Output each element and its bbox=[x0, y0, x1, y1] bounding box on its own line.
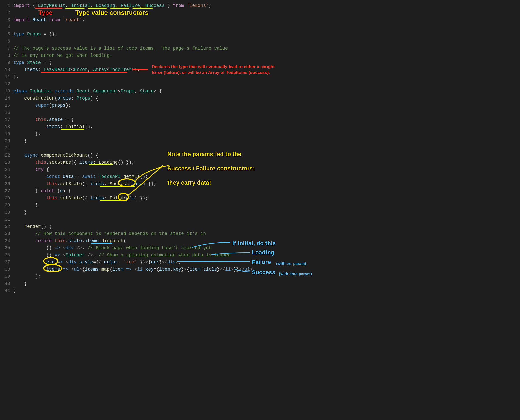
code-token: > bbox=[145, 260, 148, 265]
line-number: 23 bbox=[0, 159, 10, 166]
code-token: { bbox=[148, 260, 151, 265]
code-token: . bbox=[65, 238, 68, 243]
code-token: : bbox=[38, 67, 44, 72]
code-line[interactable]: err => <div style={{ color: 'red' }}>{er… bbox=[13, 259, 520, 266]
code-token: Props bbox=[76, 96, 90, 101]
code-line[interactable]: import React from 'react'; bbox=[13, 16, 520, 23]
code-token bbox=[13, 117, 35, 122]
code-token: try bbox=[35, 167, 46, 172]
code-line[interactable] bbox=[13, 23, 520, 31]
leader-state-note bbox=[132, 69, 148, 70]
code-token: from bbox=[173, 3, 187, 8]
code-token: // Blank page when loading hasn't starte… bbox=[88, 245, 211, 250]
code-token: 'react' bbox=[63, 17, 82, 22]
code-line[interactable]: } bbox=[13, 280, 520, 287]
line-number: 18 bbox=[0, 123, 10, 130]
code-token: , bbox=[115, 3, 121, 8]
code-token: item bbox=[190, 267, 201, 272]
underline-initial-call bbox=[61, 129, 84, 130]
underline-initial bbox=[65, 8, 85, 9]
code-line[interactable]: // The page's success value is a list of… bbox=[13, 45, 520, 52]
code-token: ( bbox=[57, 188, 60, 193]
line-number: 13 bbox=[0, 88, 10, 95]
code-token: Loading bbox=[96, 3, 115, 8]
code-area[interactable]: import { LazyResult, Initial, Loading, F… bbox=[13, 2, 520, 294]
code-line[interactable]: }; bbox=[13, 130, 520, 137]
code-token: err bbox=[151, 260, 159, 265]
code-token: < bbox=[63, 253, 65, 258]
code-token: setState bbox=[60, 195, 82, 201]
code-token: ( bbox=[123, 238, 126, 243]
code-token: li bbox=[137, 267, 145, 272]
code-line[interactable]: () => <Spinner />, // Show a spinning an… bbox=[13, 251, 520, 259]
code-token: this bbox=[55, 238, 65, 243]
code-line[interactable]: items => <ul>{items.map(item => <li key=… bbox=[13, 266, 520, 273]
code-token: type bbox=[13, 60, 27, 65]
underline-loading-call bbox=[89, 164, 113, 165]
code-line[interactable]: } bbox=[13, 287, 520, 294]
code-line[interactable]: super(props); bbox=[13, 102, 520, 109]
code-line[interactable]: () => <div />, // Blank page when loadin… bbox=[13, 244, 520, 251]
underline-lazyresult bbox=[35, 8, 62, 9]
line-number: 40 bbox=[0, 280, 10, 287]
code-line[interactable]: async componentDidMount() { bbox=[13, 152, 520, 159]
code-token bbox=[13, 238, 35, 243]
code-token: map bbox=[101, 267, 110, 272]
code-line[interactable]: } bbox=[13, 137, 520, 145]
code-line[interactable] bbox=[13, 216, 520, 223]
code-line[interactable] bbox=[13, 109, 520, 116]
line-number: 14 bbox=[0, 95, 10, 102]
code-line[interactable] bbox=[13, 80, 520, 88]
code-token: ({ bbox=[82, 195, 90, 201]
code-token: => bbox=[55, 245, 60, 250]
code-token: div bbox=[68, 260, 79, 265]
code-line[interactable]: type Props = {}; bbox=[13, 31, 520, 38]
code-token: setState bbox=[60, 181, 82, 186]
line-number: 20 bbox=[0, 137, 10, 145]
code-token: {{ bbox=[96, 260, 104, 265]
code-token: > { bbox=[154, 89, 162, 94]
code-line[interactable]: constructor(props: Props) { bbox=[13, 95, 520, 102]
code-line[interactable]: // How this component is rendered depend… bbox=[13, 230, 520, 237]
line-number: 32 bbox=[0, 223, 10, 230]
code-line[interactable]: this.setState({ items: Success(data) }); bbox=[13, 180, 520, 187]
line-number: 26 bbox=[0, 180, 10, 187]
code-token: ={ bbox=[154, 267, 159, 272]
code-token: React bbox=[33, 17, 49, 22]
code-token: , bbox=[65, 3, 71, 8]
code-token bbox=[13, 124, 46, 129]
code-token: items bbox=[85, 267, 99, 272]
code-token: < bbox=[63, 245, 65, 250]
code-line[interactable] bbox=[13, 145, 520, 152]
code-line[interactable]: } bbox=[13, 209, 520, 216]
code-line[interactable]: } catch (e) { bbox=[13, 187, 520, 194]
code-token bbox=[13, 181, 46, 186]
code-line[interactable]: } bbox=[13, 202, 520, 209]
code-line[interactable]: // is any error we got when loading. bbox=[13, 52, 520, 59]
code-line[interactable]: return this.state.items.dispatch( bbox=[13, 237, 520, 244]
line-number: 9 bbox=[0, 59, 10, 66]
code-token bbox=[13, 167, 35, 172]
code-line[interactable]: this.state = { bbox=[13, 116, 520, 123]
code-editor[interactable]: 1234567891011121314151617181920212223242… bbox=[0, 0, 520, 297]
code-token: data bbox=[132, 181, 143, 186]
code-token: data bbox=[63, 174, 76, 179]
code-line[interactable] bbox=[13, 9, 520, 16]
code-line[interactable]: ); bbox=[13, 273, 520, 280]
code-token: items bbox=[79, 160, 93, 165]
code-token: . bbox=[99, 238, 101, 243]
line-number: 1 bbox=[0, 2, 10, 9]
code-token: State bbox=[27, 60, 44, 65]
code-line[interactable]: render() { bbox=[13, 223, 520, 230]
code-line[interactable]: const data = await TodosAPI.getAll(); bbox=[13, 173, 520, 180]
code-line[interactable] bbox=[13, 38, 520, 45]
code-line[interactable]: this.setState({ items: Failure(e) }); bbox=[13, 194, 520, 202]
code-line[interactable]: items: Initial(), bbox=[13, 123, 520, 130]
code-token: 'lemons' bbox=[187, 3, 209, 8]
code-line[interactable]: class TodoList extends React.Component<P… bbox=[13, 88, 520, 95]
code-line[interactable]: try { bbox=[13, 166, 520, 173]
code-token: . bbox=[90, 89, 93, 94]
code-token: from bbox=[49, 17, 63, 22]
code-token: e bbox=[60, 188, 63, 193]
code-token: items bbox=[90, 181, 104, 186]
